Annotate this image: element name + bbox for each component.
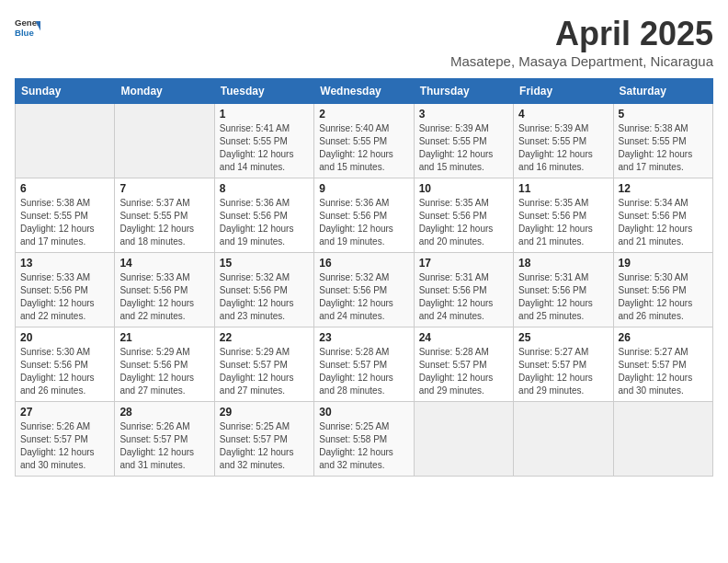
day-cell bbox=[115, 104, 214, 178]
day-number: 29 bbox=[220, 406, 309, 419]
day-cell: 4Sunrise: 5:39 AMSunset: 5:55 PMDaylight… bbox=[514, 104, 613, 178]
week-row-2: 6Sunrise: 5:38 AMSunset: 5:55 PMDaylight… bbox=[16, 178, 713, 253]
day-cell: 22Sunrise: 5:29 AMSunset: 5:57 PMDayligh… bbox=[214, 327, 313, 402]
day-cell: 23Sunrise: 5:28 AMSunset: 5:57 PMDayligh… bbox=[314, 327, 414, 402]
day-number: 21 bbox=[119, 331, 209, 344]
day-cell: 29Sunrise: 5:25 AMSunset: 5:57 PMDayligh… bbox=[214, 402, 313, 477]
day-info: Sunrise: 5:36 AMSunset: 5:56 PMDaylight:… bbox=[319, 198, 393, 247]
day-number: 25 bbox=[518, 331, 608, 344]
day-info: Sunrise: 5:32 AMSunset: 5:56 PMDaylight:… bbox=[319, 272, 393, 321]
day-cell: 8Sunrise: 5:36 AMSunset: 5:56 PMDaylight… bbox=[214, 178, 313, 253]
day-number: 14 bbox=[119, 257, 209, 270]
day-info: Sunrise: 5:31 AMSunset: 5:56 PMDaylight:… bbox=[419, 272, 494, 321]
day-cell bbox=[414, 402, 513, 477]
day-cell: 5Sunrise: 5:38 AMSunset: 5:55 PMDaylight… bbox=[613, 104, 712, 178]
day-info: Sunrise: 5:34 AMSunset: 5:56 PMDaylight:… bbox=[619, 198, 693, 247]
day-number: 6 bbox=[20, 182, 109, 195]
logo-icon: General Blue bbox=[15, 15, 40, 40]
day-number: 4 bbox=[518, 108, 608, 121]
day-cell: 28Sunrise: 5:26 AMSunset: 5:57 PMDayligh… bbox=[115, 402, 214, 477]
day-cell: 3Sunrise: 5:39 AMSunset: 5:55 PMDaylight… bbox=[414, 104, 513, 178]
week-row-3: 13Sunrise: 5:33 AMSunset: 5:56 PMDayligh… bbox=[16, 253, 713, 327]
day-info: Sunrise: 5:30 AMSunset: 5:56 PMDaylight:… bbox=[619, 272, 693, 321]
title-area: April 2025 Masatepe, Masaya Department, … bbox=[450, 15, 713, 69]
day-number: 28 bbox=[119, 406, 209, 419]
col-header-sunday: Sunday bbox=[16, 79, 115, 104]
day-cell: 10Sunrise: 5:35 AMSunset: 5:56 PMDayligh… bbox=[414, 178, 513, 253]
day-number: 18 bbox=[518, 257, 608, 270]
day-number: 12 bbox=[619, 182, 708, 195]
day-cell bbox=[613, 402, 712, 477]
day-cell: 2Sunrise: 5:40 AMSunset: 5:55 PMDaylight… bbox=[314, 104, 414, 178]
day-number: 26 bbox=[619, 331, 708, 344]
calendar-table: SundayMondayTuesdayWednesdayThursdayFrid… bbox=[15, 78, 713, 477]
day-headers-row: SundayMondayTuesdayWednesdayThursdayFrid… bbox=[16, 79, 713, 104]
week-row-5: 27Sunrise: 5:26 AMSunset: 5:57 PMDayligh… bbox=[16, 402, 713, 477]
day-number: 10 bbox=[419, 182, 508, 195]
day-number: 2 bbox=[319, 108, 408, 121]
day-cell: 30Sunrise: 5:25 AMSunset: 5:58 PMDayligh… bbox=[314, 402, 414, 477]
day-cell: 26Sunrise: 5:27 AMSunset: 5:57 PMDayligh… bbox=[613, 327, 712, 402]
day-info: Sunrise: 5:41 AMSunset: 5:55 PMDaylight:… bbox=[220, 123, 294, 172]
day-info: Sunrise: 5:29 AMSunset: 5:57 PMDaylight:… bbox=[220, 347, 294, 396]
day-cell: 27Sunrise: 5:26 AMSunset: 5:57 PMDayligh… bbox=[16, 402, 115, 477]
day-info: Sunrise: 5:32 AMSunset: 5:56 PMDaylight:… bbox=[220, 272, 294, 321]
day-cell: 20Sunrise: 5:30 AMSunset: 5:56 PMDayligh… bbox=[16, 327, 115, 402]
day-cell: 12Sunrise: 5:34 AMSunset: 5:56 PMDayligh… bbox=[613, 178, 712, 253]
day-info: Sunrise: 5:31 AMSunset: 5:56 PMDaylight:… bbox=[518, 272, 593, 321]
day-number: 24 bbox=[419, 331, 508, 344]
day-info: Sunrise: 5:28 AMSunset: 5:57 PMDaylight:… bbox=[419, 347, 494, 396]
day-info: Sunrise: 5:27 AMSunset: 5:57 PMDaylight:… bbox=[619, 347, 693, 396]
main-title: April 2025 bbox=[450, 15, 713, 53]
day-info: Sunrise: 5:35 AMSunset: 5:56 PMDaylight:… bbox=[419, 198, 494, 247]
page-header: General Blue April 2025 Masatepe, Masaya… bbox=[15, 15, 713, 69]
col-header-wednesday: Wednesday bbox=[314, 79, 414, 104]
day-info: Sunrise: 5:25 AMSunset: 5:57 PMDaylight:… bbox=[220, 421, 294, 470]
day-number: 8 bbox=[220, 182, 309, 195]
day-number: 22 bbox=[220, 331, 309, 344]
day-number: 1 bbox=[220, 108, 309, 121]
day-info: Sunrise: 5:40 AMSunset: 5:55 PMDaylight:… bbox=[319, 123, 393, 172]
day-info: Sunrise: 5:39 AMSunset: 5:55 PMDaylight:… bbox=[518, 123, 593, 172]
day-number: 11 bbox=[518, 182, 608, 195]
day-number: 16 bbox=[319, 257, 408, 270]
day-number: 17 bbox=[419, 257, 508, 270]
day-number: 30 bbox=[319, 406, 408, 419]
day-cell: 15Sunrise: 5:32 AMSunset: 5:56 PMDayligh… bbox=[214, 253, 313, 327]
day-info: Sunrise: 5:37 AMSunset: 5:55 PMDaylight:… bbox=[119, 198, 194, 247]
day-info: Sunrise: 5:33 AMSunset: 5:56 PMDaylight:… bbox=[20, 272, 95, 321]
day-info: Sunrise: 5:26 AMSunset: 5:57 PMDaylight:… bbox=[119, 421, 194, 470]
day-info: Sunrise: 5:36 AMSunset: 5:56 PMDaylight:… bbox=[220, 198, 294, 247]
logo: General Blue bbox=[15, 15, 40, 40]
day-info: Sunrise: 5:25 AMSunset: 5:58 PMDaylight:… bbox=[319, 421, 393, 470]
svg-text:Blue: Blue bbox=[15, 28, 34, 38]
week-row-1: 1Sunrise: 5:41 AMSunset: 5:55 PMDaylight… bbox=[16, 104, 713, 178]
day-cell bbox=[514, 402, 613, 477]
day-number: 27 bbox=[20, 406, 109, 419]
day-cell: 16Sunrise: 5:32 AMSunset: 5:56 PMDayligh… bbox=[314, 253, 414, 327]
day-number: 19 bbox=[619, 257, 708, 270]
day-info: Sunrise: 5:26 AMSunset: 5:57 PMDaylight:… bbox=[20, 421, 95, 470]
day-number: 13 bbox=[20, 257, 109, 270]
day-number: 3 bbox=[419, 108, 508, 121]
day-cell: 11Sunrise: 5:35 AMSunset: 5:56 PMDayligh… bbox=[514, 178, 613, 253]
subtitle: Masatepe, Masaya Department, Nicaragua bbox=[450, 53, 713, 69]
week-row-4: 20Sunrise: 5:30 AMSunset: 5:56 PMDayligh… bbox=[16, 327, 713, 402]
day-info: Sunrise: 5:39 AMSunset: 5:55 PMDaylight:… bbox=[419, 123, 494, 172]
day-info: Sunrise: 5:33 AMSunset: 5:56 PMDaylight:… bbox=[119, 272, 194, 321]
day-cell: 19Sunrise: 5:30 AMSunset: 5:56 PMDayligh… bbox=[613, 253, 712, 327]
day-cell: 17Sunrise: 5:31 AMSunset: 5:56 PMDayligh… bbox=[414, 253, 513, 327]
day-cell: 24Sunrise: 5:28 AMSunset: 5:57 PMDayligh… bbox=[414, 327, 513, 402]
day-info: Sunrise: 5:38 AMSunset: 5:55 PMDaylight:… bbox=[619, 123, 693, 172]
day-cell bbox=[16, 104, 115, 178]
day-cell: 1Sunrise: 5:41 AMSunset: 5:55 PMDaylight… bbox=[214, 104, 313, 178]
day-number: 20 bbox=[20, 331, 109, 344]
day-info: Sunrise: 5:35 AMSunset: 5:56 PMDaylight:… bbox=[518, 198, 593, 247]
day-cell: 9Sunrise: 5:36 AMSunset: 5:56 PMDaylight… bbox=[314, 178, 414, 253]
day-number: 5 bbox=[619, 108, 708, 121]
day-cell: 13Sunrise: 5:33 AMSunset: 5:56 PMDayligh… bbox=[16, 253, 115, 327]
col-header-tuesday: Tuesday bbox=[214, 79, 313, 104]
col-header-monday: Monday bbox=[115, 79, 214, 104]
col-header-saturday: Saturday bbox=[613, 79, 712, 104]
col-header-friday: Friday bbox=[514, 79, 613, 104]
